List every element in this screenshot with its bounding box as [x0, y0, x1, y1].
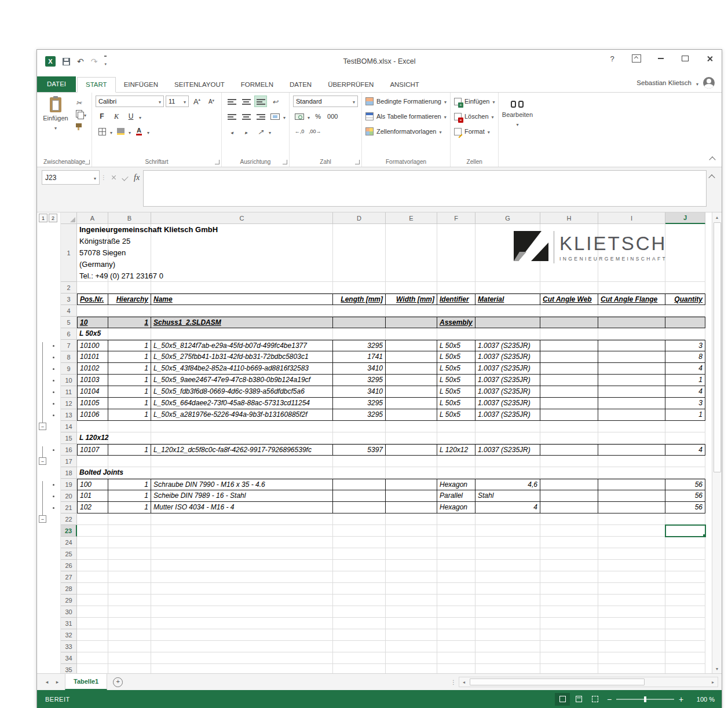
cell-D30[interactable]: [333, 606, 386, 618]
cell-J20[interactable]: 56: [665, 490, 705, 502]
cell-B30[interactable]: [108, 606, 151, 618]
row-header-34[interactable]: 34: [61, 652, 77, 664]
cell-A29[interactable]: [77, 595, 108, 606]
cell-C20[interactable]: Scheibe DIN 7989 - 16 - Stahl: [151, 490, 333, 502]
cut-button[interactable]: [74, 97, 88, 107]
cell-J34[interactable]: [665, 652, 705, 664]
cell-G34[interactable]: [475, 652, 540, 664]
cell-F35[interactable]: [437, 664, 475, 673]
cell-E26[interactable]: [386, 560, 437, 571]
row-header-8[interactable]: 8: [61, 351, 77, 363]
cell-B12[interactable]: 1: [108, 398, 151, 409]
outline-level-2-button[interactable]: 2: [49, 214, 57, 222]
cell-C16[interactable]: L_120x12_dc5f8c0c-fa8f-4262-9917-7926896…: [151, 444, 333, 456]
cell-F29[interactable]: [437, 595, 475, 606]
font-color-dropdown-icon[interactable]: [147, 126, 149, 137]
cell-D1[interactable]: [333, 224, 386, 282]
cell-A18[interactable]: Bolted Joints: [77, 467, 108, 479]
cell-C9[interactable]: L_50x5_43f84be2-852a-4110-b669-ad8816f32…: [151, 363, 333, 375]
cell-E3[interactable]: Width [mm]: [386, 294, 437, 305]
scroll-up-icon[interactable]: ▴: [712, 212, 722, 222]
add-sheet-button[interactable]: +: [113, 677, 123, 687]
cell-F19[interactable]: Hexagon: [437, 479, 475, 490]
cell-B9[interactable]: 1: [108, 363, 151, 375]
cell-B17[interactable]: [108, 456, 151, 467]
row-header-4[interactable]: 4: [61, 305, 77, 317]
cell-B25[interactable]: [108, 548, 151, 560]
vertical-scroll-track[interactable]: [712, 222, 722, 664]
column-header-G[interactable]: G: [475, 212, 540, 224]
cell-I19[interactable]: [598, 479, 665, 490]
font-color-button[interactable]: A: [133, 126, 145, 137]
cell-E32[interactable]: [386, 629, 437, 641]
cell-A10[interactable]: 10103: [77, 375, 108, 386]
cell-E24[interactable]: [386, 537, 437, 548]
cell-G17[interactable]: [475, 456, 540, 467]
cell-E31[interactable]: [386, 618, 437, 629]
cell-J17[interactable]: [665, 456, 705, 467]
cell-J22[interactable]: [665, 513, 705, 525]
italic-button[interactable]: K: [110, 111, 123, 122]
cell-J32[interactable]: [665, 629, 705, 641]
cell-J4[interactable]: [665, 305, 705, 317]
cell-D7[interactable]: 3295: [333, 340, 386, 351]
cell-C3[interactable]: Name: [151, 294, 333, 305]
cell-J35[interactable]: [665, 664, 705, 673]
horizontal-scroll-thumb[interactable]: [470, 678, 645, 685]
cell-I25[interactable]: [598, 548, 665, 560]
cell-E4[interactable]: [386, 305, 437, 317]
cell-H34[interactable]: [540, 652, 598, 664]
cell-C11[interactable]: L_50x5_fdb3f6d8-0669-4d6c-9389-a56dfdbcf…: [151, 386, 333, 398]
increase-font-button[interactable]: A: [191, 96, 203, 107]
cell-F30[interactable]: [437, 606, 475, 618]
accounting-dropdown-icon[interactable]: [308, 111, 310, 122]
cell-C5[interactable]: Schuss1_2.SLDASM: [151, 317, 333, 328]
cell-J12[interactable]: 3: [665, 398, 705, 409]
cell-B3[interactable]: Hierarchy: [108, 294, 151, 305]
cell-I26[interactable]: [598, 560, 665, 571]
cell-D21[interactable]: [333, 502, 386, 513]
cell-C27[interactable]: [151, 571, 333, 583]
cell-B28[interactable]: [108, 583, 151, 595]
cell-A14[interactable]: [77, 421, 108, 432]
cell-J30[interactable]: [665, 606, 705, 618]
cell-B8[interactable]: 1: [108, 351, 151, 363]
cell-F14[interactable]: [437, 421, 475, 432]
cell-B33[interactable]: [108, 641, 151, 652]
cell-I12[interactable]: [598, 398, 665, 409]
cell-B24[interactable]: [108, 537, 151, 548]
cell-F12[interactable]: L 50x5: [437, 398, 475, 409]
row-header-29[interactable]: 29: [61, 595, 77, 606]
cell-J33[interactable]: [665, 641, 705, 652]
sheet-nav-right-icon[interactable]: ▸: [52, 679, 63, 685]
cell-B14[interactable]: [108, 421, 151, 432]
cell-I10[interactable]: [598, 375, 665, 386]
cell-C30[interactable]: [151, 606, 333, 618]
view-page-break-button[interactable]: [587, 693, 602, 706]
cell-F23[interactable]: [437, 525, 475, 537]
cell-D31[interactable]: [333, 618, 386, 629]
cell-H5[interactable]: [540, 317, 598, 328]
sheet-nav-left-icon[interactable]: ◂: [42, 679, 52, 685]
row-header-16[interactable]: 16: [61, 444, 77, 456]
cell-D13[interactable]: 3295: [333, 409, 386, 421]
cell-I21[interactable]: [598, 502, 665, 513]
cell-D29[interactable]: [333, 595, 386, 606]
merge-center-dropdown-icon[interactable]: [283, 111, 286, 122]
cell-G11[interactable]: 1.0037 (S235JR): [475, 386, 540, 398]
cell-D23[interactable]: [333, 525, 386, 537]
cell-J11[interactable]: 4: [665, 386, 705, 398]
cell-J23[interactable]: [665, 525, 705, 537]
cell-J26[interactable]: [665, 560, 705, 571]
row-header-11[interactable]: 11: [61, 386, 77, 398]
cell-H27[interactable]: [540, 571, 598, 583]
decrease-decimal-button[interactable]: ,00→: [308, 126, 323, 137]
cell-F32[interactable]: [437, 629, 475, 641]
cell-D4[interactable]: [333, 305, 386, 317]
cell-D12[interactable]: 3295: [333, 398, 386, 409]
cell-E1[interactable]: [386, 224, 437, 282]
cell-D34[interactable]: [333, 652, 386, 664]
cell-H20[interactable]: [540, 490, 598, 502]
column-header-C[interactable]: C: [151, 212, 333, 224]
cell-A33[interactable]: [77, 641, 108, 652]
